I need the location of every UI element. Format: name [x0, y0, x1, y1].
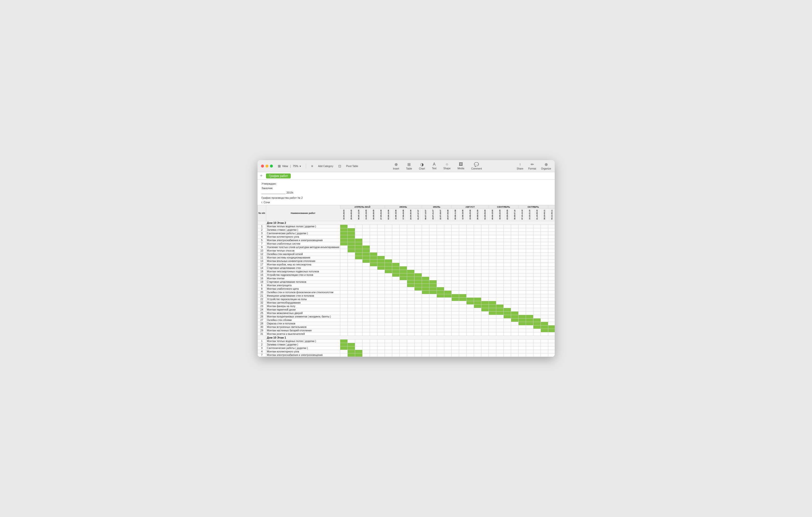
add-category-label[interactable]: Add Category	[318, 165, 333, 167]
table-icon: ⊞	[407, 162, 411, 167]
chart-tool[interactable]: ◑ Chart	[419, 162, 425, 170]
close-button[interactable]	[261, 165, 264, 167]
table-row: 11Монтаж системы кондиционирования	[258, 256, 555, 259]
table-row: 29Монтаж настенных батарей отопления	[258, 329, 555, 332]
month-header-6: НОЯБРЬ	[548, 205, 554, 209]
table-row: 30Монтаж встроенных светильников	[258, 325, 555, 329]
period-header-17: 19.08-25.08	[466, 209, 474, 221]
format-label: Format	[528, 167, 536, 170]
app-window: ⊞ View | 75% ▾ ≡ Add Category ⊡ Pivot Ta…	[258, 160, 555, 357]
comment-icon: 💬	[474, 162, 479, 167]
insert-tool[interactable]: ⊕ Insert	[393, 162, 399, 170]
period-header-7: 10.06-16.06	[392, 209, 400, 221]
table-row: 12Оклейка стен малярной сеткой	[258, 252, 555, 256]
spreadsheet-container[interactable]: Утверждаю: Заказчик ________________ 201…	[258, 180, 555, 357]
shape-label: Shape	[443, 167, 451, 170]
table-row: 20Оклейка стен и потолков флизелином или…	[258, 291, 555, 294]
table-row: 1Монтаж теплых водяных полов ( доделки )	[258, 224, 555, 228]
table-row: 26Монтаж полуретановых элементов ( молди…	[258, 315, 555, 318]
table-row: 18Монтаж гипсокартонных подвесных потолк…	[258, 270, 555, 273]
table-row: 28Окраска стен и потолков	[258, 322, 555, 325]
header-meta: Утверждаю: Заказчик ________________ 201…	[258, 180, 555, 205]
table-row: 16Монтаж плитки	[258, 277, 555, 280]
comment-tool[interactable]: 💬 Comment	[471, 162, 482, 170]
zoom-chevron[interactable]: ▾	[300, 165, 301, 167]
sheet-tab-grafik[interactable]: График работ	[266, 173, 291, 179]
table-row: 23Монтаж фанеры на полу	[258, 304, 555, 308]
titlebar: ⊞ View | 75% ▾ ≡ Add Category ⊡ Pivot Ta…	[258, 160, 555, 172]
period-header-14: 29.07-05.08	[444, 209, 452, 221]
traffic-lights	[261, 165, 273, 167]
sidebar-toggle-icon[interactable]: ⊞	[278, 164, 281, 168]
share-tool[interactable]: ↑ Share	[517, 162, 523, 170]
table-row: 21Финишное шпаклевание стен и потолков	[258, 294, 555, 297]
meta-line4: График производства работ № 2	[261, 196, 551, 200]
media-tool[interactable]: 🖼 Media	[457, 162, 464, 170]
table-tool[interactable]: ⊞ Table	[406, 162, 412, 170]
share-icon: ↑	[519, 162, 521, 167]
shape-icon: ○	[446, 162, 448, 167]
table-row: 22Устройство пароизоляции на полы	[258, 297, 555, 301]
add-sheet-button[interactable]: +	[260, 173, 263, 179]
period-header-5: 27.05-03.06	[377, 209, 384, 221]
table-row: 2Заливка стяжки ( доделки )	[258, 228, 555, 232]
period-header-13: 22.07-28.07	[437, 209, 444, 221]
organize-label: Organize	[541, 167, 551, 170]
meta-line5: г. Сочи	[261, 200, 551, 205]
col-header-num: № п/п	[258, 205, 266, 221]
sheet-bar: + График работ	[258, 172, 555, 180]
month-header-3: АВГУСТ	[452, 205, 489, 209]
period-header-21: 16.09-22.09	[496, 209, 503, 221]
add-category-icon[interactable]: ≡	[311, 164, 313, 168]
section-header-1: Дом 10 Этаж 1	[258, 335, 555, 339]
shape-tool[interactable]: ○ Shape	[443, 162, 451, 170]
table-row: 3Сантехнические работы ( доделки )	[258, 232, 555, 235]
period-header-3: 13.05-19.05	[362, 209, 370, 221]
pivot-table-label[interactable]: Pivot Table	[346, 165, 358, 167]
meta-line1: Утверждаю:	[261, 182, 551, 186]
period-header-10: 01.07-07.07	[414, 209, 422, 221]
table-row: 19Стартовое шпаклевание потолков	[258, 280, 555, 283]
organize-tool[interactable]: ⊕ Organize	[541, 162, 551, 170]
media-icon: 🖼	[459, 162, 463, 167]
period-header-0: 22.04-28.04	[340, 209, 347, 221]
period-header-27: 28.10-04.11	[541, 209, 548, 221]
table-row: 10Монтаж теплых откосов	[258, 249, 555, 252]
table-row: 1Монтаж теплых водяных полов ( доделки )	[258, 339, 555, 343]
view-label[interactable]: View	[282, 165, 288, 167]
pivot-table-icon[interactable]: ⊡	[338, 164, 341, 168]
meta-line3: ________________ 2019г.	[261, 191, 551, 195]
comment-label: Comment	[471, 167, 482, 170]
meta-line2: Заказчик	[261, 186, 551, 191]
period-header-20: 09.09-15.09	[489, 209, 496, 221]
table-row: 25Монтаж межкомнатных дверей	[258, 311, 555, 315]
month-header-2: ИЮЛЬ	[422, 205, 452, 209]
text-label: Text	[432, 167, 436, 170]
table-row: 7Монтаж электроснабжения и электроосвеще…	[258, 353, 555, 357]
period-header-9: 24.04-30.06	[407, 209, 414, 221]
month-header-1: ИЮНЬ	[384, 205, 422, 209]
table-row: 24Монтаж паркетной доски	[258, 308, 555, 311]
table-row: 8Монтаж слаботочного щита	[258, 287, 555, 291]
table-row: 27Оклейка стен обоями	[258, 318, 555, 322]
zoom-label[interactable]: 75%	[293, 165, 298, 167]
table-row: 4Монтаж коллекторного узла	[258, 350, 555, 353]
table-row: 31Монтаж розеток и выключателей	[258, 332, 555, 335]
share-label: Share	[517, 167, 523, 170]
period-header-28: 04.11-03.11	[548, 209, 554, 221]
format-tool[interactable]: ✏ Format	[528, 162, 536, 170]
text-tool[interactable]: A Text	[432, 162, 436, 170]
month-header-0: АПРЕЛЬ-МАЙ	[340, 205, 384, 209]
maximize-button[interactable]	[270, 165, 273, 167]
table-row: 9Усиление толстых слоев штукатурки метод…	[258, 245, 555, 249]
gantt-wrapper[interactable]: № п/пНаименование работАПРЕЛЬ-МАЙИЮНЬИЮЛ…	[258, 205, 555, 357]
section-header-0: Дом 10 Этаж 2	[258, 221, 555, 224]
table-row: 6Монтаж электрощита	[258, 283, 555, 287]
toolbar-left: ⊞ View | 75% ▾	[278, 164, 301, 168]
period-header-2: 06.05-12.05	[355, 209, 362, 221]
minimize-button[interactable]	[265, 165, 268, 167]
chart-label: Chart	[419, 167, 425, 170]
toolbar-center: ⊕ Insert ⊞ Table ◑ Chart A Text ○ Shape …	[363, 162, 512, 170]
table-row: 4Монтаж коллекторного узла	[258, 235, 555, 239]
period-header-11: 08.07-14.07	[422, 209, 429, 221]
